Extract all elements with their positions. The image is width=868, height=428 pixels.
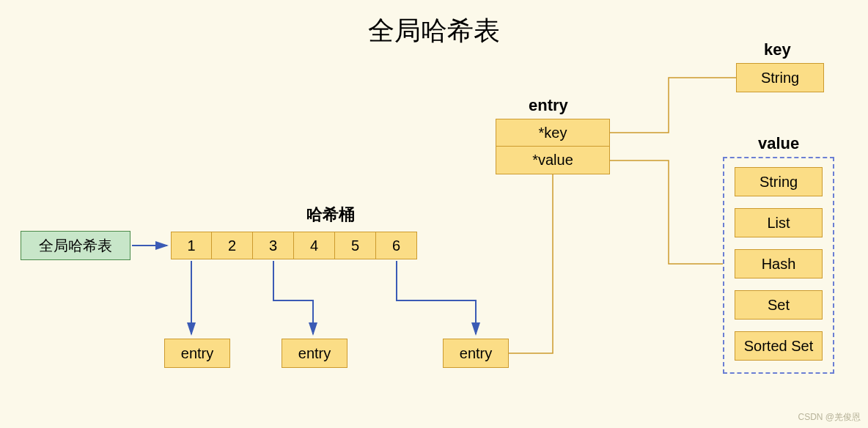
global-hash-table-box: 全局哈希表: [21, 231, 130, 260]
key-label: key: [764, 40, 791, 59]
entry-struct: *key *value: [496, 119, 610, 174]
entry-box-3: entry: [443, 339, 509, 368]
entry-box-2: entry: [282, 339, 347, 368]
entry-key-cell: *key: [496, 119, 610, 147]
bucket-cell-3: 3: [253, 232, 294, 259]
bucket-label: 哈希桶: [306, 204, 355, 226]
entry-box-2-label: entry: [298, 345, 331, 362]
entry-box-1-label: entry: [181, 345, 213, 362]
diagram-title: 全局哈希表: [0, 13, 868, 49]
bucket-cell-1: 1: [171, 232, 212, 259]
watermark: CSDN @羌俊恩: [798, 411, 861, 424]
value-group: String List Hash Set Sorted Set: [723, 157, 834, 374]
value-label: value: [758, 134, 799, 153]
entry-value-cell: *value: [496, 147, 610, 174]
value-type-set: Set: [735, 290, 823, 320]
bucket-cell-2: 2: [212, 232, 253, 259]
entry-box-3-label: entry: [460, 345, 492, 362]
entry-struct-label: entry: [529, 96, 568, 115]
value-type-hash: Hash: [735, 249, 823, 278]
entry-box-1: entry: [164, 339, 230, 368]
bucket-cell-4: 4: [294, 232, 335, 259]
value-type-string: String: [735, 167, 823, 196]
bucket-cell-5: 5: [335, 232, 376, 259]
value-type-sortedset: Sorted Set: [735, 331, 823, 361]
value-type-list: List: [735, 208, 823, 237]
key-type-box: String: [736, 63, 824, 92]
key-type-text: String: [761, 70, 799, 86]
bucket-row: 1 2 3 4 5 6: [171, 232, 417, 259]
global-hash-table-label: 全局哈希表: [39, 236, 112, 256]
bucket-cell-6: 6: [376, 232, 417, 259]
